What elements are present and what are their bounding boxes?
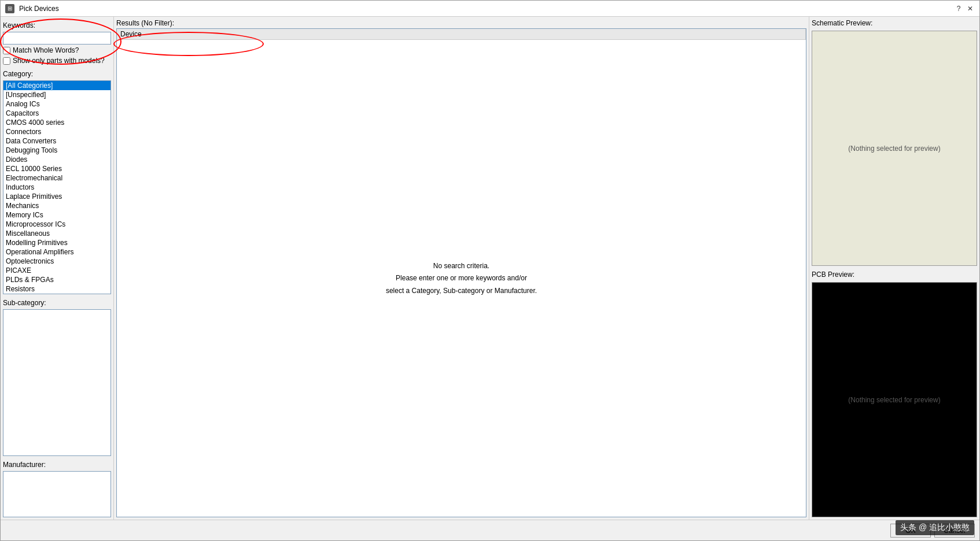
category-item[interactable]: Laplace Primitives xyxy=(3,192,110,201)
schematic-preview-label: Schematic Preview: xyxy=(812,19,977,27)
results-label: Results (No Filter): xyxy=(116,19,806,27)
match-whole-words-checkbox[interactable] xyxy=(3,47,10,54)
help-button[interactable]: ? xyxy=(954,4,963,13)
category-list-wrapper: [All Categories][Unspecified]Analog ICsC… xyxy=(3,80,111,294)
pcb-preview-area: (Nothing selected for preview) xyxy=(812,282,977,517)
left-panel: Keywords: Match Whole Words? Show only p… xyxy=(1,17,114,520)
show-only-models-row: Show only parts with models? xyxy=(3,57,111,65)
category-item[interactable]: PLDs & FPGAs xyxy=(3,275,110,284)
category-item[interactable]: PICAXE xyxy=(3,266,110,275)
category-item[interactable]: Microprocessor ICs xyxy=(3,220,110,229)
category-item[interactable]: Optoelectronics xyxy=(3,257,110,266)
category-item[interactable]: [All Categories] xyxy=(3,81,110,90)
pcb-nothing-text: (Nothing selected for preview) xyxy=(848,396,940,404)
match-whole-words-row: Match Whole Words? xyxy=(3,46,111,54)
no-results-line2: Please enter one or more keywords and/or xyxy=(386,272,537,285)
category-item[interactable]: Mechanics xyxy=(3,201,110,210)
no-results-line3: select a Category, Sub-category or Manuf… xyxy=(386,284,537,297)
category-item[interactable]: Resistors xyxy=(3,284,110,294)
category-item[interactable]: Connectors xyxy=(3,127,110,136)
cancel-button[interactable]: Cancel xyxy=(934,524,975,538)
category-item[interactable]: Debugging Tools xyxy=(3,146,110,155)
subcategory-list[interactable] xyxy=(3,309,111,456)
title-bar-controls: ? ✕ xyxy=(954,4,975,13)
right-panel: Schematic Preview: (Nothing selected for… xyxy=(809,17,979,520)
results-table-body[interactable]: No search criteria. Please enter one or … xyxy=(117,40,806,517)
keywords-input[interactable] xyxy=(3,32,111,45)
manufacturer-label: Manufacturer: xyxy=(3,461,111,469)
category-item[interactable]: Modelling Primitives xyxy=(3,238,110,247)
subcategory-label: Sub-category: xyxy=(3,299,111,307)
window-icon: ⊞ xyxy=(5,4,14,13)
pick-devices-window: ⊞ Pick Devices ? ✕ Keywords: Match Whole… xyxy=(0,0,980,541)
manufacturer-list[interactable] xyxy=(3,471,111,517)
category-item[interactable]: Operational Amplifiers xyxy=(3,247,110,257)
show-only-models-label: Show only parts with models? xyxy=(13,57,105,65)
no-results-message: No search criteria. Please enter one or … xyxy=(386,260,537,297)
category-list[interactable]: [All Categories][Unspecified]Analog ICsC… xyxy=(3,81,110,294)
category-item[interactable]: CMOS 4000 series xyxy=(3,118,110,127)
category-item[interactable]: Miscellaneous xyxy=(3,229,110,238)
category-item[interactable]: Data Converters xyxy=(3,136,110,146)
center-panel: Results (No Filter): Device No search cr… xyxy=(114,17,809,520)
keywords-label: Keywords: xyxy=(3,21,111,29)
ok-button[interactable]: OK xyxy=(890,524,931,538)
no-results-line1: No search criteria. xyxy=(386,260,537,272)
title-bar: ⊞ Pick Devices ? ✕ xyxy=(1,1,979,17)
show-only-models-checkbox[interactable] xyxy=(3,57,10,65)
device-column-header: Device xyxy=(117,29,806,39)
category-item[interactable]: Diodes xyxy=(3,155,110,164)
pcb-preview-label: PCB Preview: xyxy=(812,270,977,279)
category-item[interactable]: [Unspecified] xyxy=(3,90,110,99)
category-item[interactable]: Electromechanical xyxy=(3,173,110,183)
results-table-header: Device xyxy=(117,29,806,40)
category-label: Category: xyxy=(3,70,111,78)
schematic-nothing-text: (Nothing selected for preview) xyxy=(848,144,940,153)
results-table: Device No search criteria. Please enter … xyxy=(116,28,806,517)
bottom-bar: OK Cancel xyxy=(1,520,979,540)
category-item[interactable]: Capacitors xyxy=(3,109,110,118)
main-content: Keywords: Match Whole Words? Show only p… xyxy=(1,17,979,520)
category-item[interactable]: ECL 10000 Series xyxy=(3,164,110,173)
category-item[interactable]: Inductors xyxy=(3,183,110,192)
schematic-preview-area: (Nothing selected for preview) xyxy=(812,31,977,266)
category-item[interactable]: Memory ICs xyxy=(3,210,110,220)
category-item[interactable]: Analog ICs xyxy=(3,99,110,109)
window-title: Pick Devices xyxy=(19,5,949,13)
match-whole-words-label: Match Whole Words? xyxy=(13,46,79,54)
close-button[interactable]: ✕ xyxy=(966,4,975,13)
